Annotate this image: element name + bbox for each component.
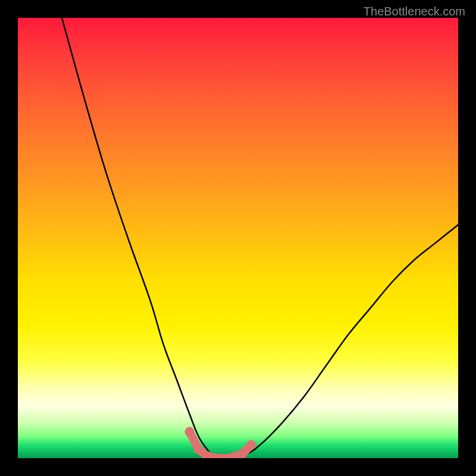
highlight-dot xyxy=(237,449,247,458)
highlight-dot xyxy=(246,440,256,450)
highlight-dot xyxy=(193,444,203,454)
plot-area xyxy=(18,18,458,458)
bottleneck-curve-path xyxy=(62,18,458,458)
curve-layer xyxy=(18,18,458,458)
highlight-dot xyxy=(185,427,195,437)
watermark-text: TheBottleneck.com xyxy=(364,5,465,18)
